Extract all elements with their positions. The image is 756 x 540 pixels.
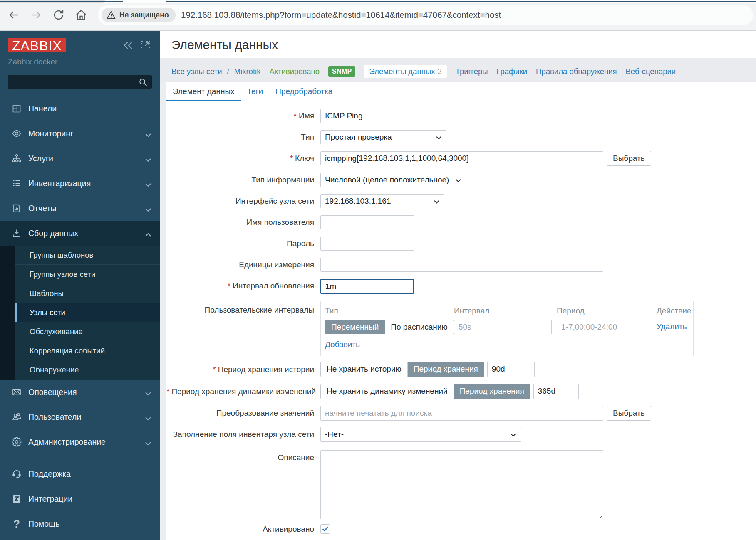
type-select[interactable]: Простая проверка <box>320 130 446 144</box>
key-input[interactable] <box>320 151 603 165</box>
enabled-checkbox[interactable] <box>320 524 330 534</box>
delay-input[interactable] <box>320 279 414 294</box>
sidebar-item-users[interactable]: Пользователи <box>0 404 160 429</box>
interval-period-input[interactable] <box>557 320 654 334</box>
username-input[interactable] <box>320 215 414 229</box>
password-input[interactable] <box>320 237 414 251</box>
history-label: *Период хранения истории <box>166 362 314 377</box>
tab-item[interactable]: Элемент данных <box>166 82 241 101</box>
submenu-item-discovery[interactable]: Обнаружение <box>15 360 160 380</box>
warning-icon <box>107 10 116 20</box>
data-collection-submenu: Группы шаблонов Группы узлов сети Шаблон… <box>0 246 160 380</box>
sidebar-item-data-collection[interactable]: Сбор данных <box>0 221 160 246</box>
required-asterisk: * <box>166 387 169 396</box>
submenu-item-templates[interactable]: Шаблоны <box>15 284 160 303</box>
sidebar-item-services[interactable]: Услуги <box>0 146 160 171</box>
browser-reload-button[interactable] <box>50 7 67 23</box>
username-label: Имя пользователя <box>166 215 314 229</box>
sidebar-item-support[interactable]: Поддержка <box>0 461 160 486</box>
chevron-down-icon <box>145 440 151 447</box>
name-input[interactable] <box>320 109 603 123</box>
breadcrumb-host-link[interactable]: Mikrotik <box>234 67 261 76</box>
valuemap-select-button[interactable]: Выбрать <box>607 406 651 421</box>
interface-select[interactable]: 192.168.103.1:161 <box>320 194 444 208</box>
trends-storage-option[interactable]: Период хранения <box>454 384 530 399</box>
sidebar-item-integrations[interactable]: Интеграции <box>0 486 160 511</box>
sidebar-item-administration[interactable]: Администрирование <box>0 429 160 454</box>
valuemap-input[interactable] <box>320 406 603 421</box>
zabbix-logo[interactable]: ZABBIX <box>8 38 66 52</box>
info-type-select[interactable]: Числовой (целое положительное) <box>320 173 466 187</box>
type-label: Тип <box>166 130 314 144</box>
tab-preprocessing[interactable]: Предобработка <box>269 82 339 101</box>
chevron-down-icon <box>145 156 151 164</box>
reload-icon <box>52 9 65 21</box>
inventory-label: Заполнение поля инвентаря узла сети <box>166 427 314 442</box>
sidebar-item-reports[interactable]: Отчеты <box>0 196 160 221</box>
interval-type-scheduling[interactable]: По расписанию <box>385 320 454 334</box>
breadcrumb-all-hosts-link[interactable]: Все узлы сети <box>171 67 222 76</box>
gear-icon <box>12 437 22 447</box>
interval-type-flexible[interactable]: Переменный <box>325 320 385 334</box>
sidebar-item-label: Мониторинг <box>28 129 73 138</box>
history-off-option[interactable]: Не хранить историю <box>320 362 408 377</box>
history-period-input[interactable] <box>487 362 535 377</box>
intervals-col-action: Действие <box>657 306 692 320</box>
chevron-down-icon <box>455 177 462 184</box>
nav-graphs-link[interactable]: Графики <box>497 67 528 76</box>
security-chip-label: Не защищено <box>119 11 169 20</box>
sidebar-item-dashboards[interactable]: Панели <box>0 96 160 121</box>
report-icon <box>12 203 22 213</box>
sidebar-item-monitoring[interactable]: Мониторинг <box>0 121 160 146</box>
nav-items-link[interactable]: Элементы данных <box>369 67 435 76</box>
expand-window-icon[interactable] <box>141 40 151 50</box>
sidebar-item-label: Отчеты <box>28 204 56 213</box>
collapse-sidebar-icon[interactable] <box>123 40 134 50</box>
valuemap-label: Преобразование значений <box>166 406 314 421</box>
sidebar-item-inventory[interactable]: Инвентаризация <box>0 171 160 196</box>
sidebar-item-alerts[interactable]: Оповещения <box>0 380 160 404</box>
intervals-col-period: Период <box>557 306 657 320</box>
interval-remove-link[interactable]: Удалить <box>657 322 687 332</box>
enabled-label: Активировано <box>166 522 314 536</box>
z-square-icon <box>12 494 22 504</box>
browser-chrome: Не защищено 192.168.103.88/items.php?for… <box>0 0 756 31</box>
custom-intervals-label: Пользовательские интервалы <box>166 301 314 356</box>
back-icon <box>8 9 20 21</box>
url-text[interactable]: 192.168.103.88/items.php?form=update&hos… <box>181 10 501 20</box>
chevron-down-icon <box>145 206 151 214</box>
nav-discovery-rules-link[interactable]: Правила обнаружения <box>536 67 617 76</box>
security-chip[interactable]: Не защищено <box>102 8 176 22</box>
address-bar[interactable]: Не защищено 192.168.103.88/items.php?for… <box>98 5 753 25</box>
tab-tags[interactable]: Теги <box>241 82 270 101</box>
submenu-item-hosts[interactable]: Узлы сети <box>15 303 160 322</box>
inventory-select[interactable]: -Нет- <box>320 427 521 442</box>
nav-web-scenarios-link[interactable]: Веб-сценарии <box>626 67 676 76</box>
services-icon <box>12 153 22 163</box>
browser-back-button[interactable] <box>6 7 22 23</box>
nav-items-active[interactable]: Элементы данных2 <box>364 65 446 78</box>
sidebar-item-help[interactable]: ? Помощь <box>0 511 160 536</box>
units-input[interactable] <box>320 258 603 272</box>
sidebar-item-label: Пользователи <box>28 412 81 422</box>
interval-delay-input[interactable] <box>454 320 552 334</box>
history-storage-option[interactable]: Период хранения <box>408 362 484 377</box>
eye-icon <box>12 128 22 138</box>
submenu-item-host-groups[interactable]: Группы узлов сети <box>15 265 160 284</box>
browser-forward-button[interactable] <box>27 7 44 23</box>
trends-off-option[interactable]: Не хранить динамику изменений <box>320 384 454 399</box>
interval-add-link[interactable]: Добавить <box>325 340 360 350</box>
trends-period-input[interactable] <box>533 384 579 399</box>
description-textarea[interactable] <box>320 450 603 519</box>
required-asterisk: * <box>294 111 297 120</box>
sidebar-item-label: Администрирование <box>28 437 106 447</box>
browser-home-button[interactable] <box>73 7 89 23</box>
key-select-button[interactable]: Выбрать <box>607 151 651 166</box>
submenu-item-event-correlation[interactable]: Корреляция событий <box>15 341 160 360</box>
sidebar-item-label: Оповещения <box>28 387 77 397</box>
sidebar-search-input[interactable] <box>8 75 152 89</box>
submenu-item-maintenance[interactable]: Обслуживание <box>15 322 160 341</box>
nav-triggers-link[interactable]: Триггеры <box>456 67 488 76</box>
forward-icon <box>30 9 42 21</box>
submenu-item-template-groups[interactable]: Группы шаблонов <box>15 246 160 265</box>
